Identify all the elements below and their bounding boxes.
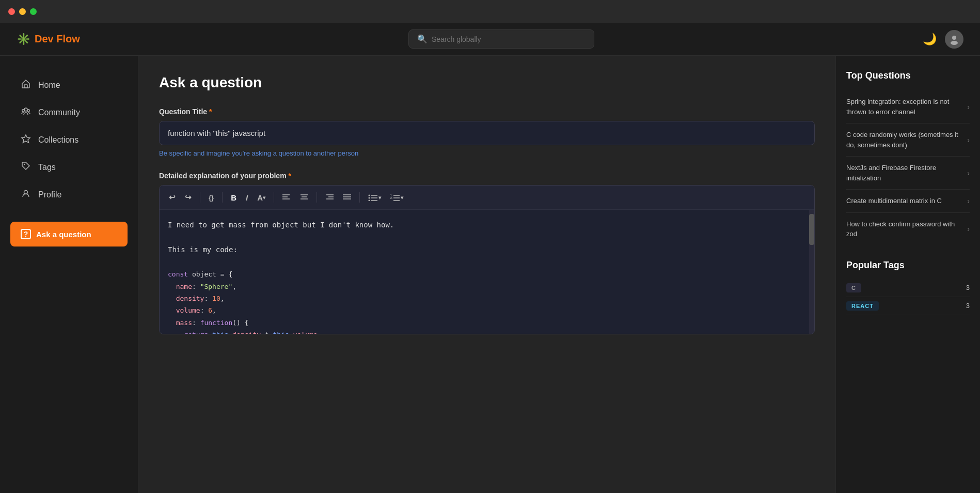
editor-section: Detailed explanation of your problem * ↩… [159, 172, 815, 334]
sidebar: Home Community Collection [0, 56, 138, 493]
editor-container: ↩ ↪ {} B I A ▾ [159, 185, 815, 334]
close-button[interactable] [8, 8, 15, 15]
italic-button[interactable]: I [243, 191, 251, 204]
toolbar-divider-2 [222, 192, 223, 203]
logo-icon: ✳️ [17, 33, 30, 46]
search-input-wrap: 🔍 [408, 29, 594, 49]
ask-question-icon: ? [21, 229, 31, 239]
header-right: 🌙 [923, 30, 963, 49]
numbered-list-button[interactable]: 1. 2. ▾ [387, 192, 406, 203]
question-title-section: Question Title * Be specific and imagine… [159, 107, 815, 157]
bold-button[interactable]: B [228, 191, 240, 204]
question-title-input[interactable] [159, 121, 815, 145]
svg-text:2.: 2. [390, 196, 393, 199]
logo[interactable]: ✳️ Dev Flow [17, 33, 80, 46]
editor-toolbar: ↩ ↪ {} B I A ▾ [160, 186, 814, 210]
justify-button[interactable] [340, 192, 354, 203]
editor-body: I need to get mass from object but I don… [160, 210, 814, 334]
svg-point-22 [368, 197, 370, 199]
top-question-item-4[interactable]: How to check confirm password with zod › [846, 213, 970, 245]
svg-point-21 [368, 195, 370, 196]
editor-text-2: This is my code: [168, 244, 801, 256]
sidebar-label-profile: Profile [38, 190, 61, 199]
question-title-hint: Be specific and imagine you're asking a … [159, 149, 815, 157]
top-question-text-4: How to check confirm password with zod [846, 219, 962, 239]
app-layout: Home Community Collection [0, 56, 980, 493]
required-star-title: * [209, 107, 212, 116]
right-sidebar: Top Questions Spring integration: except… [835, 56, 980, 493]
maximize-button[interactable] [30, 8, 37, 15]
editor-text-1: I need to get mass from object but I don… [168, 219, 801, 232]
align-right-button[interactable] [322, 192, 337, 203]
logo-dev: Dev [35, 33, 56, 44]
collections-icon [21, 133, 31, 146]
tag-count-c: 3 [966, 284, 970, 291]
header: ✳️ Dev Flow 🔍 🌙 [0, 23, 980, 56]
chevron-right-icon-4: › [967, 225, 970, 233]
bullet-list-button[interactable]: ▾ [365, 192, 384, 203]
code-button[interactable]: {} [206, 192, 217, 204]
required-star-detail: * [289, 172, 291, 180]
search-icon: 🔍 [417, 34, 428, 44]
titlebar [0, 0, 980, 23]
top-question-item-1[interactable]: C code randomly works (sometimes it do, … [846, 124, 970, 157]
tag-item-react[interactable]: REACT 3 [846, 297, 970, 315]
tag-count-react: 3 [966, 302, 970, 310]
undo-button[interactable]: ↩ [166, 191, 179, 204]
svg-point-1 [951, 41, 958, 45]
sidebar-item-profile[interactable]: Profile [6, 182, 132, 207]
detail-label: Detailed explanation of your problem * [159, 172, 815, 180]
avatar[interactable] [945, 30, 963, 49]
home-icon [21, 79, 31, 91]
tag-badge-c: C [846, 283, 861, 292]
toolbar-divider-1 [200, 192, 200, 203]
svg-point-7 [24, 164, 25, 165]
ask-question-label: Ask a question [36, 230, 91, 239]
sidebar-label-tags: Tags [38, 163, 56, 172]
logo-text: Dev Flow [35, 33, 80, 45]
theme-toggle-icon[interactable]: 🌙 [923, 33, 937, 46]
search-input[interactable] [432, 35, 586, 43]
sidebar-item-community[interactable]: Community [6, 100, 132, 125]
top-question-item-0[interactable]: Spring integration: exception is not thr… [846, 90, 970, 124]
color-button[interactable]: A ▾ [254, 191, 268, 204]
popular-tags-title: Popular Tags [846, 260, 970, 271]
page-title: Ask a question [159, 74, 815, 91]
sidebar-label-collections: Collections [38, 135, 78, 145]
chevron-right-icon-1: › [967, 136, 970, 144]
tag-item-c[interactable]: C 3 [846, 279, 970, 297]
sidebar-item-collections[interactable]: Collections [6, 127, 132, 152]
editor-scrollbar-thumb[interactable] [809, 214, 814, 245]
question-title-label: Question Title * [159, 107, 815, 116]
toolbar-divider-4 [317, 192, 317, 203]
svg-point-23 [368, 200, 370, 202]
search-bar: 🔍 [92, 29, 910, 49]
ask-question-button[interactable]: ? Ask a question [10, 222, 128, 246]
editor-content[interactable]: I need to get mass from object but I don… [160, 210, 809, 334]
align-left-button[interactable] [279, 192, 294, 203]
code-block: const object = { name: "Sphere", density… [168, 268, 801, 334]
sidebar-item-home[interactable]: Home [6, 72, 132, 98]
minimize-button[interactable] [19, 8, 26, 15]
tags-icon [21, 161, 31, 174]
chevron-right-icon-3: › [967, 197, 970, 205]
top-question-item-2[interactable]: NextJs and Firebase Firestore initializa… [846, 157, 970, 190]
svg-point-5 [27, 110, 29, 112]
top-question-item-3[interactable]: Create multidimental matrix in C › [846, 190, 970, 213]
chevron-right-icon-2: › [967, 169, 970, 177]
editor-scrollbar[interactable] [809, 210, 814, 334]
sidebar-label-community: Community [38, 108, 80, 117]
main-content: Ask a question Question Title * Be speci… [138, 56, 835, 493]
sidebar-label-home: Home [38, 81, 60, 90]
top-question-text-1: C code randomly works (sometimes it do, … [846, 130, 962, 150]
align-center-button[interactable] [297, 192, 311, 203]
top-question-text-3: Create multidimental matrix in C [846, 196, 962, 206]
chevron-right-icon-0: › [967, 103, 970, 111]
top-questions-list: Spring integration: exception is not thr… [846, 90, 970, 245]
sidebar-item-tags[interactable]: Tags [6, 155, 132, 180]
svg-marker-6 [22, 135, 30, 143]
profile-icon [21, 188, 31, 201]
community-icon [21, 106, 31, 119]
redo-button[interactable]: ↪ [182, 191, 195, 204]
top-questions-title: Top Questions [846, 70, 970, 81]
